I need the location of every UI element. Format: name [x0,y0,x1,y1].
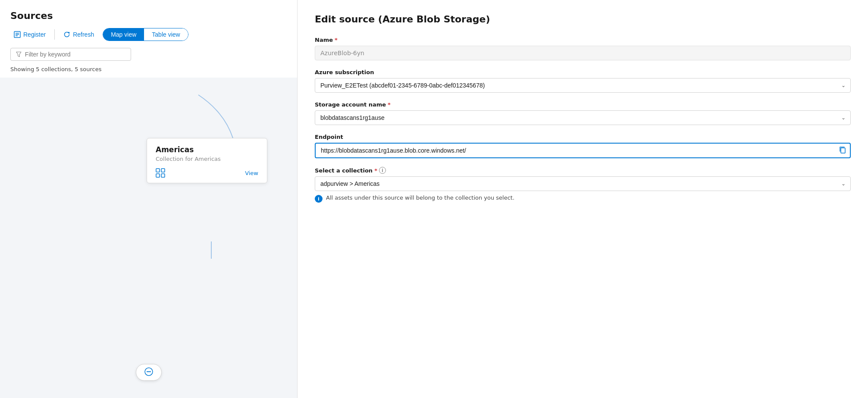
name-input: AzureBlob-6yn [315,46,851,60]
azure-subscription-select[interactable]: Purview_E2ETest (abcdef01-2345-6789-0abc… [315,78,851,93]
toolbar-divider [54,29,55,40]
copy-icon[interactable] [839,146,846,155]
map-view-button[interactable]: Map view [103,28,144,41]
filter-bar [0,48,297,66]
collection-required-star: * [374,167,377,174]
refresh-icon [63,31,70,38]
svg-rect-7 [156,174,160,177]
azure-subscription-label: Azure subscription [315,69,851,75]
storage-account-label: Storage account name * [315,101,851,108]
storage-account-group: Storage account name * blobdatascans1rg1… [315,101,851,125]
collection-info-note: i All assets under this source will belo… [315,194,851,203]
node-view-link[interactable]: View [245,170,258,176]
view-toggle: Map view Table view [103,28,188,41]
endpoint-label: Endpoint [315,134,851,140]
right-panel: Edit source (Azure Blob Storage) Name * … [298,0,868,398]
collection-select[interactable]: adpurview > Americas [315,176,851,191]
name-required-star: * [335,37,338,43]
collection-label: Select a collection * i [315,167,851,174]
svg-rect-8 [161,174,165,177]
left-panel: Sources Register Refresh Map view Table … [0,0,298,398]
svg-rect-6 [161,169,165,172]
register-button[interactable]: Register [10,29,49,40]
table-view-button[interactable]: Table view [144,28,188,41]
name-label: Name * [315,37,851,43]
collection-select-wrap: adpurview > Americas ⌄ [315,176,851,191]
zoom-control [136,364,162,381]
node-title: Americas [156,145,258,154]
storage-account-select[interactable]: blobdatascans1rg1ause [315,110,851,125]
azure-subscription-select-wrap: Purview_E2ETest (abcdef01-2345-6789-0abc… [315,78,851,93]
zoom-out-button[interactable] [141,366,156,379]
page-title: Sources [0,10,297,28]
endpoint-group: Endpoint [315,134,851,158]
filter-icon [16,51,22,57]
svg-rect-11 [841,148,845,153]
svg-marker-4 [16,52,21,56]
showing-text: Showing 5 collections, 5 sources [0,66,297,78]
storage-account-select-wrap: blobdatascans1rg1ause ⌄ [315,110,851,125]
info-circle-icon: i [315,195,323,203]
endpoint-input-wrap [315,143,851,158]
node-footer: View [156,168,258,178]
toolbar: Register Refresh Map view Table view [0,28,297,48]
collection-info-icon[interactable]: i [379,167,386,174]
panel-title: Edit source (Azure Blob Storage) [315,14,851,25]
info-note-text: All assets under this source will belong… [326,194,514,201]
refresh-button[interactable]: Refresh [60,29,97,40]
map-canvas: Americas Collection for Americas View [0,78,297,398]
azure-subscription-group: Azure subscription Purview_E2ETest (abcd… [315,69,851,93]
filter-input[interactable] [25,51,125,58]
storage-required-star: * [388,101,391,108]
americas-node: Americas Collection for Americas View [147,138,267,183]
map-connectors [0,78,297,398]
filter-input-wrap [10,48,131,61]
grid-icon [156,168,165,178]
endpoint-input[interactable] [315,143,851,158]
svg-rect-5 [156,169,160,172]
minus-circle-icon [144,367,154,376]
register-icon [14,31,21,38]
node-subtitle: Collection for Americas [156,156,258,162]
collection-group: Select a collection * i adpurview > Amer… [315,167,851,203]
name-field-group: Name * AzureBlob-6yn [315,37,851,60]
